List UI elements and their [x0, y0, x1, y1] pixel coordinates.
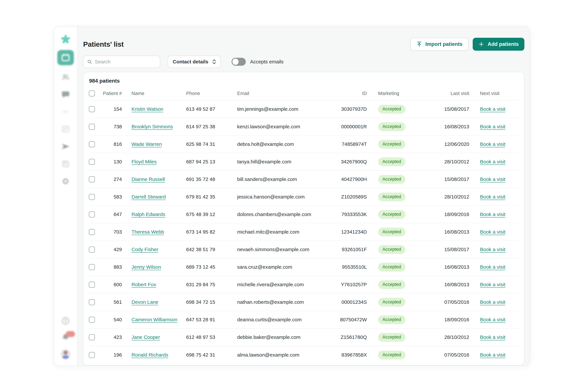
book-visit-link[interactable]: Book a visit — [480, 141, 505, 147]
patient-name-link[interactable]: Ronald Richards — [132, 352, 168, 358]
phone-cell: 612 48 97 53 — [186, 334, 237, 340]
row-checkbox[interactable] — [89, 246, 95, 252]
email-cell: jessica.hanson@example.com — [237, 194, 328, 200]
phone-cell: 679 81 42 35 — [186, 194, 237, 200]
marketing-status-badge: Accepted — [378, 333, 405, 342]
sidebar-item-calendar[interactable] — [57, 50, 74, 65]
row-checkbox[interactable] — [89, 124, 95, 130]
patient-number-cell: 561 — [99, 299, 122, 305]
book-visit-link[interactable]: Book a visit — [480, 106, 505, 112]
sidebar-item-campaigns[interactable] — [62, 143, 70, 150]
last-visit-cell: 16/08/2013 — [416, 264, 469, 270]
id-cell: 83967858X — [328, 352, 367, 358]
table-row: 154 Kristin Watson 613 49 52 87 tim.jenn… — [89, 100, 519, 118]
phone-cell: 642 38 51 79 — [186, 247, 237, 252]
last-visit-cell: 16/08/2013 — [416, 282, 469, 288]
book-visit-link[interactable]: Book a visit — [480, 352, 505, 358]
patient-number-cell: 883 — [99, 264, 122, 270]
column-header-patient-number: Patient # — [99, 91, 122, 96]
book-visit-link[interactable]: Book a visit — [480, 176, 505, 182]
book-visit-link[interactable]: Book a visit — [480, 194, 505, 200]
table-row: 423 Jane Cooper 612 48 97 53 debbie.bake… — [89, 328, 519, 346]
last-visit-cell: 28/10/2012 — [416, 159, 469, 164]
search-box[interactable] — [83, 56, 160, 68]
filter-bar: Contact details Accepts emails — [83, 56, 524, 68]
patient-name-link[interactable]: Ralph Edwards — [132, 212, 165, 217]
row-checkbox[interactable] — [89, 212, 95, 218]
id-cell: 79333553K — [328, 212, 367, 217]
row-checkbox[interactable] — [89, 159, 95, 165]
patient-name-link[interactable]: Jenny Wilson — [132, 264, 161, 270]
sidebar-item-library[interactable] — [62, 160, 69, 168]
patient-name-link[interactable]: Cameron Williamson — [132, 317, 177, 322]
row-checkbox[interactable] — [89, 334, 95, 340]
import-patients-label: Import patients — [425, 41, 462, 47]
table-row: 883 Jenny Wilson 689 73 12 45 sara.cruz@… — [89, 258, 519, 276]
patient-name-link[interactable]: Darrell Steward — [132, 194, 166, 200]
select-all-checkbox[interactable] — [89, 90, 95, 96]
phone-cell: 691 35 72 48 — [186, 176, 237, 182]
phone-cell: 675 48 39 12 — [186, 212, 237, 217]
email-cell: debbie.baker@example.com — [237, 334, 328, 340]
row-checkbox[interactable] — [89, 352, 95, 358]
sidebar-item-settings[interactable] — [62, 178, 69, 185]
search-input[interactable] — [95, 59, 157, 64]
patient-name-link[interactable]: Brooklyn Simmons — [132, 124, 173, 129]
sidebar-item-activity[interactable] — [62, 108, 70, 116]
book-visit-link[interactable]: Book a visit — [480, 229, 505, 234]
book-visit-link[interactable]: Book a visit — [480, 334, 505, 340]
book-visit-link[interactable]: Book a visit — [480, 282, 505, 287]
book-visit-link[interactable]: Book a visit — [480, 159, 505, 164]
row-checkbox[interactable] — [89, 176, 95, 182]
row-checkbox[interactable] — [89, 141, 95, 147]
column-header-email: Email — [237, 91, 328, 96]
help-button[interactable] — [62, 317, 70, 326]
patient-name-link[interactable]: Theresa Webb — [132, 229, 164, 234]
marketing-status-badge: Accepted — [378, 140, 405, 149]
patient-name-link[interactable]: Wade Warren — [132, 141, 162, 147]
row-checkbox[interactable] — [89, 106, 95, 112]
user-avatar[interactable] — [61, 349, 70, 359]
patient-number-cell: 130 — [99, 159, 122, 164]
marketing-status-badge: Accepted — [378, 228, 405, 236]
marketing-status-badge: Accepted — [378, 105, 405, 114]
table-row: 274 Dianne Russell 691 35 72 48 bill.san… — [89, 171, 519, 188]
sidebar-item-messages[interactable] — [62, 90, 70, 98]
row-checkbox[interactable] — [89, 264, 95, 270]
patients-table-card: 984 patients Patient # Name Phone Email … — [83, 72, 524, 366]
contact-details-dropdown[interactable]: Contact details — [168, 56, 221, 68]
patient-name-link[interactable]: Kristin Watson — [132, 106, 163, 112]
row-checkbox[interactable] — [89, 317, 95, 323]
id-cell: 00001234S — [328, 299, 367, 305]
row-checkbox[interactable] — [89, 194, 95, 200]
row-checkbox[interactable] — [89, 229, 95, 235]
patient-name-link[interactable]: Jane Cooper — [132, 334, 160, 340]
book-visit-link[interactable]: Book a visit — [480, 212, 505, 217]
patient-name-link[interactable]: Devon Lane — [132, 299, 158, 305]
import-patients-button[interactable]: Import patients — [410, 38, 468, 51]
book-visit-link[interactable]: Book a visit — [480, 317, 505, 322]
patient-number-cell: 429 — [99, 247, 122, 252]
book-visit-link[interactable]: Book a visit — [480, 124, 505, 129]
add-patients-button[interactable]: Add patients — [473, 38, 524, 51]
book-visit-link[interactable]: Book a visit — [480, 247, 505, 252]
id-cell: 80750472W — [328, 317, 367, 322]
patient-name-link[interactable]: Dianne Russell — [132, 176, 165, 182]
contact-details-label: Contact details — [173, 59, 208, 64]
patient-name-link[interactable]: Robert Fox — [132, 282, 156, 287]
email-cell: deanna.curtis@example.com — [237, 317, 328, 322]
row-checkbox[interactable] — [89, 299, 95, 305]
sidebar-item-records[interactable] — [62, 125, 69, 133]
book-visit-link[interactable]: Book a visit — [480, 299, 505, 305]
page-header: Patients' list Import patients Add patie… — [83, 38, 524, 51]
book-visit-link[interactable]: Book a visit — [480, 264, 505, 270]
notifications-button[interactable] — [62, 334, 69, 342]
marketing-status-badge: Accepted — [378, 158, 405, 166]
patient-name-link[interactable]: Cody Fisher — [132, 247, 158, 252]
patient-name-link[interactable]: Floyd Miles — [132, 159, 157, 164]
sidebar-item-patients[interactable] — [62, 73, 70, 81]
row-checkbox[interactable] — [89, 282, 95, 288]
patients-count: 984 patients — [89, 72, 519, 86]
accepts-emails-toggle[interactable] — [232, 58, 246, 66]
column-header-id: ID — [328, 91, 367, 96]
